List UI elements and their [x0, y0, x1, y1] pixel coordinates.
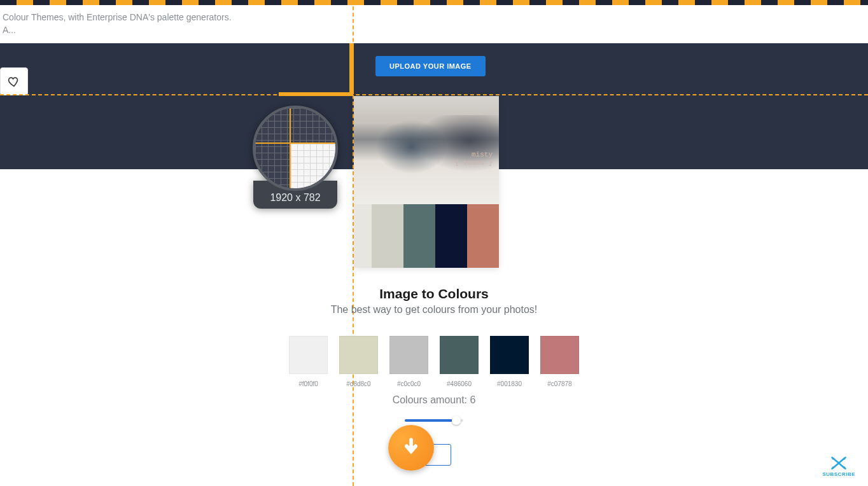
- extracted-swatch-row: #f0f0f0 #d8d8c0 #c0c0c0 #486060 #001830 …: [0, 336, 868, 387]
- lens-crosshair-h: [255, 142, 335, 144]
- swatch-hex-label: #001830: [497, 380, 522, 387]
- upload-image-button[interactable]: UPLOAD YOUR IMAGE: [375, 56, 486, 76]
- color-swatch[interactable]: #f0f0f0: [289, 336, 328, 387]
- swatch-hex-label: #c07878: [547, 380, 571, 387]
- color-swatch[interactable]: #001830: [490, 336, 529, 387]
- swatch-hex-label: #c0c0c0: [397, 380, 421, 387]
- section-title: Image to Colours: [0, 286, 868, 302]
- section-subtitle: The best way to get colours from your ph…: [0, 304, 868, 316]
- image-preview-card: misty { tones }: [354, 96, 499, 268]
- swatch-box: [389, 336, 428, 374]
- swatch-hex-label: #486060: [447, 380, 472, 387]
- color-swatch[interactable]: #486060: [440, 336, 479, 387]
- favorite-button[interactable]: [0, 67, 28, 95]
- heart-icon: [8, 75, 20, 88]
- lens-crosshair-v: [290, 108, 291, 188]
- arrow-down-icon: [400, 437, 422, 459]
- swatch-hex-label: #d8d8c0: [346, 380, 370, 387]
- preview-image-caption: misty { tones }: [455, 151, 493, 167]
- preview-palette-strip: [354, 204, 499, 268]
- swatch-box: [289, 336, 328, 374]
- svg-point-3: [843, 466, 846, 469]
- guide-horizontal-dashed: [0, 94, 868, 95]
- color-swatch[interactable]: #c0c0c0: [389, 336, 428, 387]
- svg-point-1: [843, 457, 846, 460]
- svg-point-4: [837, 462, 840, 464]
- svg-point-0: [832, 457, 835, 460]
- caption-line-2: { tones }: [455, 159, 493, 167]
- page-description: Colour Themes, with Enterprise DNA's pal…: [0, 11, 868, 36]
- swatch-box: [339, 336, 378, 374]
- swatch-box: [540, 336, 579, 374]
- preview-image-content: [354, 115, 499, 179]
- preview-swatch[interactable]: [467, 204, 499, 268]
- swatch-box: [440, 336, 479, 374]
- preview-image[interactable]: misty { tones }: [354, 96, 499, 204]
- colours-amount-label: Colours amount: 6: [0, 394, 868, 406]
- amount-value: 6: [470, 394, 475, 405]
- subscribe-badge[interactable]: SUBSCRIBE: [822, 456, 855, 477]
- download-arrow-button[interactable]: [388, 425, 434, 471]
- slider-thumb[interactable]: [452, 416, 461, 425]
- preview-swatch[interactable]: [403, 204, 435, 268]
- swatch-hex-label: #f0f0f0: [298, 380, 318, 387]
- color-swatch[interactable]: #c07878: [540, 336, 579, 387]
- preview-swatch[interactable]: [372, 204, 403, 268]
- preview-swatch[interactable]: [354, 204, 372, 268]
- desc-line-1: Colour Themes, with Enterprise DNA's pal…: [3, 11, 865, 24]
- amount-prefix: Colours amount:: [393, 394, 470, 405]
- dna-icon: [830, 456, 848, 470]
- swatch-box: [490, 336, 529, 374]
- caption-line-1: misty: [455, 151, 493, 159]
- colours-amount-slider[interactable]: [405, 416, 463, 425]
- pixel-inspector: 1920 x 782: [248, 106, 342, 209]
- svg-point-2: [832, 466, 835, 469]
- color-swatch[interactable]: #d8d8c0: [339, 336, 378, 387]
- inspector-lens: [253, 106, 338, 191]
- slider-fill: [405, 419, 452, 422]
- desc-line-2: A...: [3, 24, 865, 37]
- subscribe-label: SUBSCRIBE: [822, 471, 855, 477]
- ruler-top-stripe: [0, 0, 868, 5]
- preview-swatch[interactable]: [435, 204, 467, 268]
